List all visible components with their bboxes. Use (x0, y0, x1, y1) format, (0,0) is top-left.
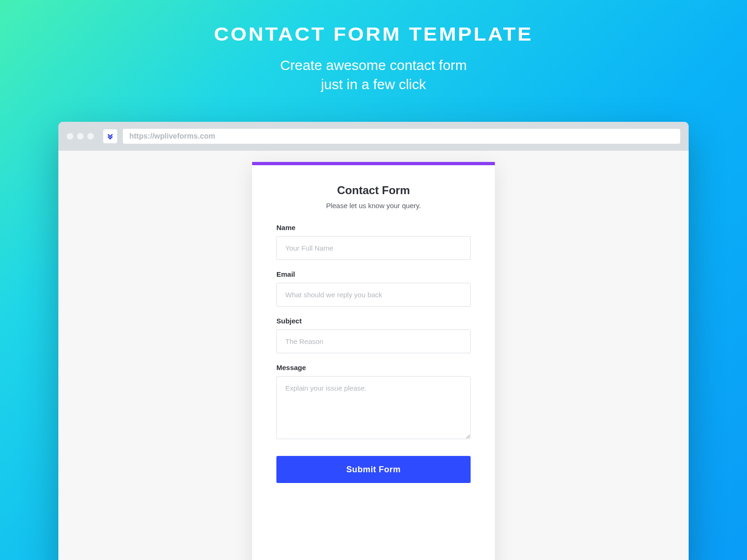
submit-button[interactable]: Submit Form (276, 456, 471, 483)
hero-subtitle: Create awesome contact form just in a fe… (0, 56, 747, 94)
hero: CONTACT FORM TEMPLATE Create awesome con… (0, 0, 747, 94)
address-bar[interactable]: https://wpliveforms.com (123, 129, 680, 144)
window-minimize-icon[interactable] (77, 133, 84, 140)
hero-subtitle-line2: just in a few click (321, 77, 426, 92)
label-email: Email (276, 270, 471, 278)
window-maximize-icon[interactable] (87, 133, 94, 140)
hero-title: CONTACT FORM TEMPLATE (0, 23, 747, 45)
field-email: Email (276, 270, 471, 307)
input-name[interactable] (276, 236, 471, 260)
label-message: Message (276, 364, 471, 371)
site-favicon-icon (103, 129, 117, 143)
label-subject: Subject (276, 317, 471, 325)
window-close-icon[interactable] (67, 133, 73, 140)
form-title: Contact Form (276, 184, 471, 197)
window-controls (67, 133, 94, 140)
card-accent-bar (252, 162, 495, 165)
textarea-message[interactable] (276, 376, 471, 439)
label-name: Name (276, 224, 471, 231)
field-message: Message (276, 364, 471, 441)
field-subject: Subject (276, 317, 471, 353)
contact-form-card: Contact Form Please let us know your que… (252, 162, 495, 560)
browser-window: https://wpliveforms.com Contact Form Ple… (58, 122, 689, 560)
input-email[interactable] (276, 283, 471, 307)
field-name: Name (276, 224, 471, 260)
browser-titlebar: https://wpliveforms.com (58, 122, 689, 151)
hero-subtitle-line1: Create awesome contact form (280, 57, 467, 73)
form-subtitle: Please let us know your query. (276, 202, 471, 210)
input-subject[interactable] (276, 329, 471, 353)
browser-viewport: Contact Form Please let us know your que… (58, 151, 689, 560)
